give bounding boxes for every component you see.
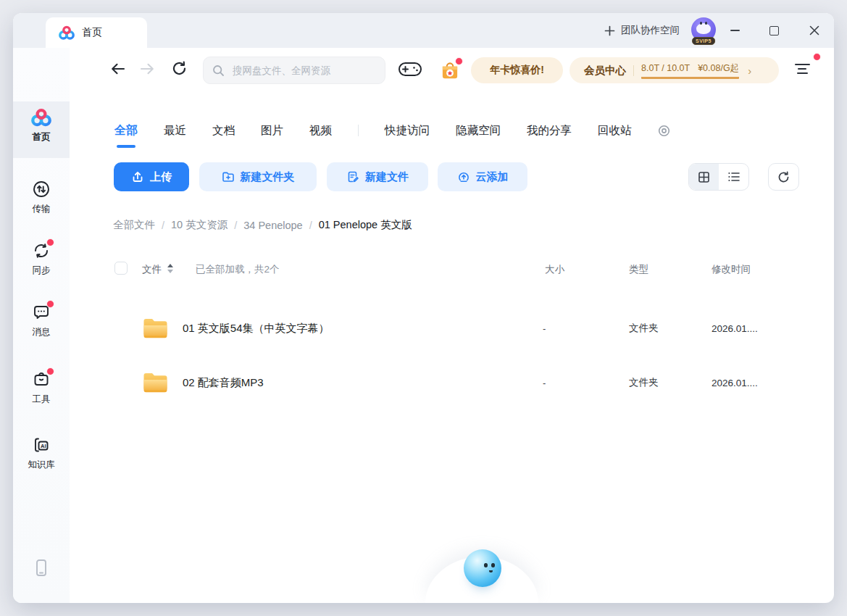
file-row[interactable]: 02 配套音频MP3 - 文件夹 2026.01.... [74, 355, 825, 409]
sidebar-label: 同步 [33, 265, 51, 277]
cloud-add-label: 云添加 [476, 170, 509, 184]
notification-dot [46, 367, 54, 375]
tab-pictures[interactable]: 图片 [261, 123, 283, 138]
sort-toggle[interactable] [167, 264, 173, 273]
tab-title: 首页 [82, 26, 102, 39]
quota-value: 8.0T / 10.0T [641, 63, 690, 73]
new-file-label: 新建文件 [365, 170, 409, 184]
new-file-button[interactable]: 新建文件 [327, 162, 428, 191]
column-time[interactable]: 修改时间 [712, 263, 751, 276]
select-all-checkbox[interactable] [114, 262, 128, 275]
tab-videos[interactable]: 视频 [309, 123, 332, 138]
phone-icon [31, 558, 51, 578]
breadcrumb-separator: / [309, 220, 312, 231]
games-button[interactable] [396, 58, 425, 80]
cloud-add-button[interactable]: 云添加 [438, 162, 527, 191]
member-center-label: 会员中心 [584, 64, 626, 78]
search-box [203, 57, 385, 84]
breadcrumb: 全部文件 / 10 英文资源 / 34 Penelope / 01 Penelo… [113, 218, 412, 232]
toolbox-icon [31, 370, 51, 390]
breadcrumb-item[interactable]: 10 英文资源 [171, 218, 228, 232]
search-icon [212, 64, 225, 77]
sidebar-label: 工具 [33, 394, 51, 406]
app-window: 首页 团队协作空间 SVIP5 [13, 13, 834, 603]
sidebar-item-tools[interactable]: 工具 [13, 370, 70, 406]
titlebar: 首页 团队协作空间 SVIP5 [13, 13, 834, 48]
upload-button[interactable]: 上传 [114, 162, 189, 191]
tab-quick-access[interactable]: 快捷访问 [385, 123, 430, 138]
sidebar-item-home[interactable]: 首页 [13, 107, 70, 143]
breadcrumb-current: 01 Penelope 英文版 [319, 218, 412, 232]
minimize-icon [730, 30, 740, 31]
promo-pill[interactable]: 年卡惊喜价! [471, 57, 563, 83]
file-row[interactable]: 01 英文版54集（中英文字幕） - 文件夹 2026.01.... [74, 301, 825, 355]
home-tab[interactable]: 首页 [46, 17, 147, 48]
notification-dot [46, 238, 54, 246]
category-tabs: 全部 最近 文档 图片 视频 快捷访问 隐藏空间 我的分享 回收站 [114, 120, 670, 141]
maximize-button[interactable] [759, 13, 788, 48]
mobile-device-button[interactable] [13, 558, 70, 578]
new-folder-icon [222, 170, 235, 183]
knowledge-ai-icon: AI [31, 435, 51, 455]
plus-icon [604, 25, 615, 36]
refresh-page-button[interactable] [168, 57, 190, 79]
main-menu-button[interactable] [791, 59, 813, 78]
minimize-button[interactable] [720, 13, 749, 48]
tabs-more-icon[interactable] [658, 125, 670, 137]
breadcrumb-separator: / [162, 220, 164, 231]
sidebar-label: 知识库 [28, 459, 55, 471]
close-icon [809, 25, 819, 36]
sidebar-label: 消息 [33, 326, 51, 338]
mascot-mouth [489, 570, 493, 573]
sidebar-item-knowledge[interactable]: AI 知识库 [13, 435, 70, 471]
file-size: - [543, 322, 546, 333]
sidebar-item-messages[interactable]: 消息 [13, 302, 70, 338]
column-size[interactable]: 大小 [545, 263, 564, 276]
close-button[interactable] [800, 13, 829, 48]
sidebar-label: 首页 [33, 131, 51, 143]
price-value: ¥0.08/G起 [698, 62, 739, 75]
file-type: 文件夹 [629, 322, 659, 335]
refresh-list-button[interactable] [768, 163, 799, 191]
file-name[interactable]: 01 英文版54集（中英文字幕） [183, 321, 330, 335]
tab-recycle-bin[interactable]: 回收站 [598, 123, 632, 138]
gift-button[interactable] [436, 57, 464, 84]
tab-hidden-space[interactable]: 隐藏空间 [456, 123, 501, 138]
cloud-add-icon [457, 170, 470, 183]
chevron-right-icon: › [748, 65, 751, 76]
tab-recent[interactable]: 最近 [164, 123, 186, 138]
mascot-assistant[interactable] [464, 549, 501, 587]
view-toggle [688, 163, 749, 191]
upload-icon [131, 170, 144, 183]
new-folder-label: 新建文件夹 [241, 170, 295, 184]
search-input[interactable] [231, 64, 376, 77]
sidebar-item-transfer[interactable]: 传输 [13, 179, 70, 215]
divider [633, 65, 634, 76]
new-file-icon [346, 170, 359, 183]
list-view-button[interactable] [719, 164, 748, 190]
member-center-pill[interactable]: 会员中心 8.0T / 10.0T ¥0.08/G起 › [569, 57, 779, 83]
file-name[interactable]: 02 配套音频MP3 [183, 375, 264, 389]
app-logo-icon [59, 25, 75, 41]
back-button[interactable] [107, 58, 129, 80]
grid-view-icon [698, 171, 710, 183]
new-folder-button[interactable]: 新建文件夹 [199, 162, 317, 191]
vip-badge: SVIP5 [692, 37, 715, 45]
column-file[interactable]: 文件 [142, 263, 162, 276]
forward-button[interactable] [136, 58, 158, 80]
column-type[interactable]: 类型 [629, 263, 648, 276]
gift-bag-icon [438, 59, 462, 82]
breadcrumb-item[interactable]: 全部文件 [113, 218, 155, 232]
tab-all[interactable]: 全部 [114, 123, 138, 138]
tab-my-shares[interactable]: 我的分享 [527, 123, 572, 138]
avatar[interactable]: SVIP5 [691, 17, 716, 42]
sidebar-item-sync[interactable]: 同步 [13, 241, 70, 277]
breadcrumb-item[interactable]: 34 Penelope [243, 220, 302, 231]
tab-documents[interactable]: 文档 [212, 123, 235, 138]
message-icon [31, 302, 51, 322]
upload-label: 上传 [150, 170, 172, 184]
mascot-eye [484, 563, 488, 567]
grid-view-button[interactable] [689, 164, 719, 190]
team-space-button[interactable]: 团队协作空间 [604, 13, 680, 48]
mascot-eye [491, 563, 495, 567]
